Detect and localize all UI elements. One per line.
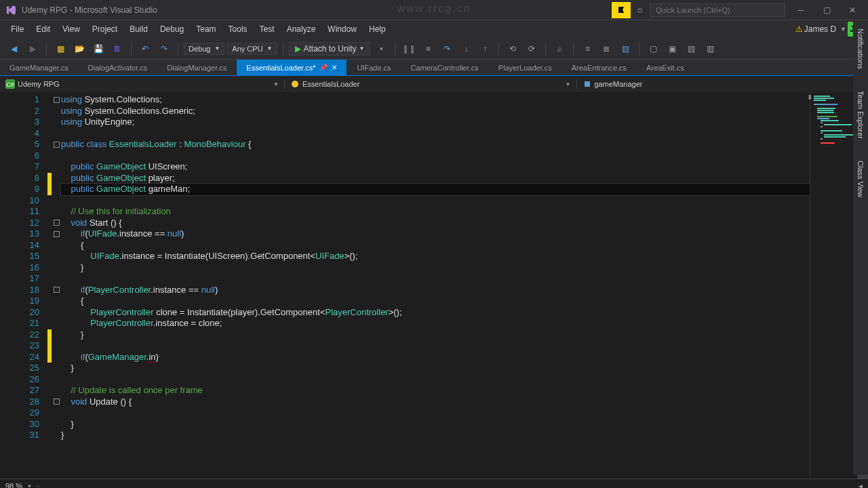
navigation-bar: C# Udemy RPG ▼ EssentialsLoader ▼ gameMa… (0, 76, 868, 92)
split-handle-icon[interactable]: ⬍ (807, 94, 812, 101)
layout-2-button[interactable]: ▣ (664, 41, 680, 57)
svg-rect-3 (585, 81, 590, 87)
menu-debug[interactable]: Debug (155, 22, 189, 36)
class-view-tab[interactable]: Class View (855, 157, 866, 201)
step-into-button[interactable]: ↓ (458, 41, 474, 57)
notification-flag-icon[interactable] (612, 2, 631, 18)
tab-dialogmanager[interactable]: DialogManager.cs (157, 60, 237, 75)
nav-project[interactable]: C# Udemy RPG ▼ (0, 79, 285, 89)
window-title: Udemy RPG - Microsoft Visual Studio (22, 5, 612, 15)
nav-member[interactable]: gameManager ▼ (577, 79, 869, 89)
uncomment-button[interactable]: ≣ (598, 41, 614, 57)
file-tabs: GameManager.cs DialogActivator.cs Dialog… (0, 60, 868, 76)
platform-dropdown[interactable]: Any CPU▼ (227, 43, 277, 55)
attach-dropdown-button[interactable]: ▾ (373, 41, 389, 57)
feedback-icon[interactable]: ☺ (636, 5, 644, 15)
tab-gamemanager[interactable]: GameManager.cs (0, 60, 79, 75)
undo-button[interactable]: ↶ (137, 41, 153, 57)
code-editor[interactable]: using System.Collections;using System.Co… (61, 92, 810, 479)
line-numbers: 1234567891011121314151617181920212223242… (0, 92, 47, 479)
find-button[interactable]: ⌕ (551, 41, 568, 57)
layout-1-button[interactable]: ▢ (645, 41, 661, 57)
menu-view[interactable]: View (57, 22, 85, 36)
menu-window[interactable]: Window (322, 22, 362, 36)
minimap[interactable] (810, 92, 857, 479)
fold-column: ------ (52, 92, 61, 479)
quick-launch-input[interactable] (650, 3, 785, 17)
menu-analyze[interactable]: Analyze (281, 22, 321, 36)
menu-file[interactable]: File (5, 22, 29, 36)
nav-class[interactable]: EssentialsLoader ▼ (285, 79, 577, 89)
zoom-bar: 98 % ▾ ◦ ◂ (0, 479, 868, 488)
menu-team[interactable]: Team (191, 22, 221, 36)
open-file-button[interactable]: 📂 (71, 41, 87, 57)
menu-help[interactable]: Help (363, 22, 391, 36)
menu-project[interactable]: Project (87, 22, 123, 36)
right-side-panel: Notifications Team Explorer Class View (853, 20, 868, 474)
class-icon (290, 79, 300, 89)
redo-button[interactable]: ↷ (156, 41, 172, 57)
zoom-dropdown-icon[interactable]: ▾ (28, 483, 31, 489)
step-out-button[interactable]: ↑ (477, 41, 493, 57)
tab-cameracontroller[interactable]: CameraController.cs (401, 60, 489, 75)
tab-dialogactivator[interactable]: DialogActivator.cs (79, 60, 157, 75)
svg-text:C#: C# (6, 81, 14, 88)
config-dropdown[interactable]: Debug▼ (184, 43, 224, 55)
tab-uifade[interactable]: UIFade.cs (347, 60, 401, 75)
save-all-button[interactable]: 🗎 (109, 41, 125, 57)
tab-playerloader[interactable]: PlayerLoader.cs (489, 60, 562, 75)
horizontal-scroll-left-icon[interactable]: ◂ (859, 481, 863, 489)
step-over-button[interactable]: ↷ (439, 41, 455, 57)
team-explorer-tab[interactable]: Team Explorer (855, 87, 866, 143)
minimize-button[interactable]: ─ (791, 2, 811, 18)
tab-areaentrance[interactable]: AreaEntrance.cs (562, 60, 637, 75)
play-icon: ▶ (295, 44, 301, 54)
attach-unity-button[interactable]: ▶Attach to Unity▼ (289, 42, 371, 56)
toggle-1-button[interactable]: ⟲ (505, 41, 521, 57)
nav-forward-button[interactable]: ▶ (24, 41, 41, 57)
field-icon (583, 79, 592, 89)
save-button[interactable]: 💾 (90, 41, 106, 57)
tab-areaexit[interactable]: AreaExit.cs (637, 60, 694, 75)
tab-essentialsloader[interactable]: EssentialsLoader.cs*📌✕ (237, 60, 347, 75)
notifications-tab[interactable]: Notifications (855, 24, 866, 73)
pin-icon[interactable]: 📌 (319, 64, 328, 71)
zoom-value[interactable]: 98 % (5, 482, 22, 489)
new-project-button[interactable]: ▦ (52, 41, 68, 57)
menubar: File Edit View Project Build Debug Team … (0, 20, 868, 38)
menu-edit[interactable]: Edit (31, 22, 56, 36)
menu-test[interactable]: Test (254, 22, 280, 36)
layout-4-button[interactable]: ▥ (702, 41, 718, 57)
user-name[interactable]: James D (804, 24, 836, 34)
comment-button[interactable]: ≡ (579, 41, 595, 57)
toggle-2-button[interactable]: ⟳ (524, 41, 540, 57)
toolbar: ◀ ▶ ▦ 📂 💾 🗎 ↶ ↷ Debug▼ Any CPU▼ ▶Attach … (0, 38, 868, 60)
layout-3-button[interactable]: ▤ (683, 41, 699, 57)
close-button[interactable]: ✕ (842, 2, 863, 18)
stop-button[interactable]: ■ (420, 41, 436, 57)
svg-point-2 (292, 81, 298, 87)
nav-back-button[interactable]: ◀ (5, 41, 22, 57)
no-issues-icon: ◦ (37, 481, 39, 489)
pause-button[interactable]: ❚❚ (401, 41, 417, 57)
editor-area: 1234567891011121314151617181920212223242… (0, 92, 868, 479)
warning-icon[interactable]: ⚠ (795, 24, 803, 34)
bookmark-button[interactable]: ▤ (617, 41, 633, 57)
maximize-button[interactable]: ▢ (816, 2, 837, 18)
vs-logo-icon (5, 5, 16, 16)
menu-build[interactable]: Build (124, 22, 153, 36)
close-icon[interactable]: ✕ (332, 64, 337, 71)
menu-tools[interactable]: Tools (223, 22, 253, 36)
titlebar: Udemy RPG - Microsoft Visual Studio ☺ ─ … (0, 0, 868, 20)
csharp-project-icon: C# (5, 79, 15, 89)
